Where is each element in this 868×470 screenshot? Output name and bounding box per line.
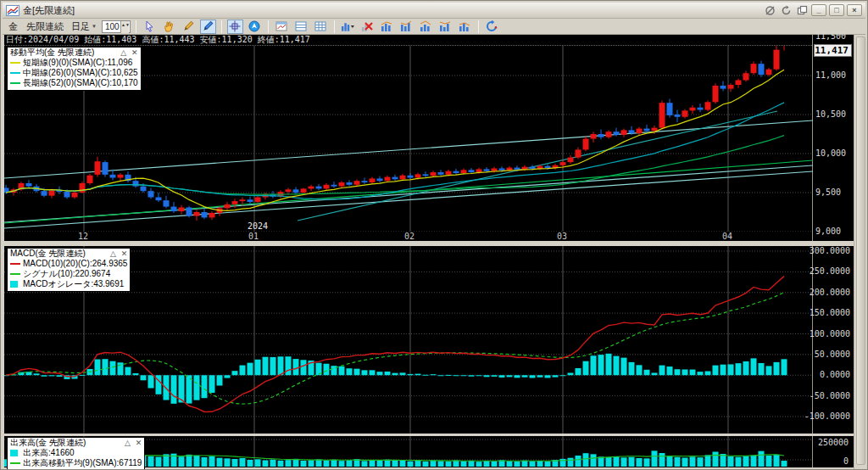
macd-tick: 0.0000	[820, 370, 850, 379]
ohlc-info-bar: 日付:2024/04/09 始値:11,403 高値:11,443 安値:11,…	[4, 35, 812, 46]
pan-hand-icon[interactable]	[161, 20, 177, 34]
maximize-button[interactable]: □	[829, 4, 844, 16]
volume-tick: 0	[843, 456, 849, 466]
legend-marker-icon	[10, 462, 20, 464]
indicator3-icon[interactable]	[418, 20, 434, 34]
macd-legend: MACD(金 先限連続)△✕MACD(10)(20)(C):264.9365シグ…	[7, 248, 131, 292]
legend-row: MACD(10)(20)(C):264.9365	[10, 259, 127, 269]
legend-marker-icon	[10, 281, 18, 288]
chart-region: 日付:2024/04/09 始値:11,403 高値:11,443 安値:11,…	[3, 35, 854, 467]
macd-tick: -100.0000	[804, 411, 850, 421]
macd-axis: 300.0000250.0000200.0000150.0000100.0000…	[813, 246, 854, 434]
chart-window-icon[interactable]	[274, 20, 290, 34]
price-tick: 10,000	[815, 148, 846, 158]
legend-title: 出来高(金 先限連続)	[10, 438, 120, 448]
remove-indicator-icon[interactable]	[359, 20, 376, 34]
signal-line	[6, 293, 784, 405]
ma-legend: 移動平均(金 先限連続)△✕短期線(9)(0)(SMA)(C):11,096中期…	[7, 47, 142, 91]
duplicate-window-icon[interactable]	[795, 5, 809, 16]
legend-marker-icon	[10, 263, 20, 265]
legend-marker-icon	[10, 72, 20, 74]
month-tick: 12	[78, 232, 88, 241]
period-dropdown[interactable]: 日足	[70, 20, 98, 33]
draw-trendline-icon[interactable]	[200, 20, 216, 34]
macd-panel[interactable]: MACD(金 先限連続)△✕MACD(10)(20)(C):264.9365シグ…	[4, 246, 813, 434]
toolbar-separator	[334, 20, 335, 33]
macd-tick: 100.0000	[810, 329, 850, 339]
indicator1-icon[interactable]	[379, 20, 395, 34]
refresh-icon[interactable]	[484, 20, 500, 34]
legend-marker-icon	[10, 273, 20, 275]
volume-panel[interactable]: 出来高(金 先限連続)△✕出来高:41660出来高移動平均(9)(SMA):67…	[4, 436, 813, 467]
minimize-button[interactable]: _	[811, 4, 826, 16]
main-chart-panel[interactable]: 日付:2024/04/09 始値:11,403 高値:11,443 安値:11,…	[4, 35, 813, 232]
close-button[interactable]: ×	[847, 4, 862, 16]
legend-close-icon[interactable]: ✕	[136, 438, 142, 448]
title-bar: 金[先限連続] _ □ ×	[3, 3, 865, 19]
trendline	[298, 111, 777, 221]
symbol-label[interactable]: 金	[6, 20, 20, 33]
legend-row: 長期線(52)(0)(SMA)(C):10,170	[10, 78, 138, 88]
ma-mid-line	[6, 103, 784, 199]
indicator5-icon[interactable]	[457, 20, 473, 34]
crosshair-icon[interactable]	[227, 20, 243, 34]
macd-tick: 300.0000	[810, 246, 850, 255]
month-tick: 04	[722, 232, 732, 241]
toolbar-separator	[221, 20, 222, 33]
chart-type-dropdown-icon[interactable]	[340, 20, 356, 34]
volume-axis: 2500000	[813, 436, 854, 467]
legend-row: 出来高:41660	[10, 448, 142, 458]
legend-close-icon[interactable]: ✕	[121, 249, 128, 259]
legend-row: シグナル(10):220.9674	[10, 269, 127, 279]
month-tick: 01	[248, 232, 259, 241]
contract-label[interactable]: 先限連続	[24, 20, 66, 33]
legend-row-label: 出来高:41660	[23, 448, 75, 458]
ma-long-line	[6, 136, 784, 195]
month-tick: 02	[404, 232, 415, 241]
month-tick: 03	[557, 232, 567, 241]
legend-collapse-icon[interactable]: △	[110, 249, 116, 259]
price-tick: 11,000	[815, 70, 846, 80]
bar-count-spinner[interactable]: 100	[102, 20, 131, 33]
current-price-box: 11,417	[814, 44, 852, 57]
x-axis-strip: 1201020304	[4, 232, 813, 241]
indicator4-icon[interactable]	[437, 20, 453, 34]
legend-close-icon[interactable]: ✕	[131, 48, 138, 58]
ma-short-line	[6, 70, 784, 210]
legend-row-label: MACDオシレータ:43.9691	[23, 279, 124, 289]
pin-icon[interactable]	[763, 5, 776, 16]
grid-icon[interactable]	[313, 20, 329, 34]
volume-tick: 250000	[818, 438, 849, 447]
macd-tick: 200.0000	[810, 288, 850, 297]
legend-row-label: 出来高移動平均(9)(SMA):67119	[23, 458, 142, 468]
macd-tick: 150.0000	[810, 308, 850, 317]
legend-marker-icon	[10, 82, 20, 84]
window-title: 金[先限連続]	[23, 4, 75, 17]
select-cursor-icon[interactable]	[142, 20, 158, 34]
price-tick: 9,500	[815, 187, 841, 197]
legend-title: MACD(金 先限連続)	[10, 249, 105, 259]
legend-collapse-icon[interactable]: △	[120, 48, 126, 58]
legend-row-label: 長期線(52)(0)(SMA)(C):10,170	[23, 78, 138, 88]
draw-pencil-icon[interactable]	[181, 20, 197, 34]
toolbar-separator	[136, 20, 136, 33]
legend-collapse-icon[interactable]: △	[125, 438, 131, 448]
toolbar-separator	[478, 20, 479, 33]
legend-marker-icon	[10, 450, 18, 456]
hgrid-icon[interactable]	[293, 20, 309, 34]
window-chart-icon	[6, 5, 19, 16]
legend-row-label: 短期線(9)(0)(SMA)(C):11,096	[23, 58, 132, 68]
legend-title: 移動平均(金 先限連続)	[10, 48, 115, 58]
volume-legend: 出来高(金 先限連続)△✕出来高:41660出来高移動平均(9)(SMA):67…	[7, 437, 145, 470]
macd-tick: -50.0000	[810, 391, 850, 400]
price-axis: 11,50011,00010,50010,0009,5009,00011,417	[813, 35, 854, 241]
indicator2-icon[interactable]	[398, 20, 415, 34]
toolbar: 金 先限連続 日足 100	[3, 19, 865, 35]
legend-row: 出来高移動平均(9)(SMA):67119	[10, 458, 142, 468]
compass-tool-icon[interactable]	[247, 20, 263, 34]
reload-icon[interactable]	[779, 5, 793, 16]
price-tick: 10,500	[815, 109, 846, 119]
price-tick: 11,500	[815, 31, 846, 41]
toolbar-separator	[268, 20, 269, 33]
legend-row: 中期線(26)(0)(SMA)(C):10,625	[10, 68, 138, 78]
